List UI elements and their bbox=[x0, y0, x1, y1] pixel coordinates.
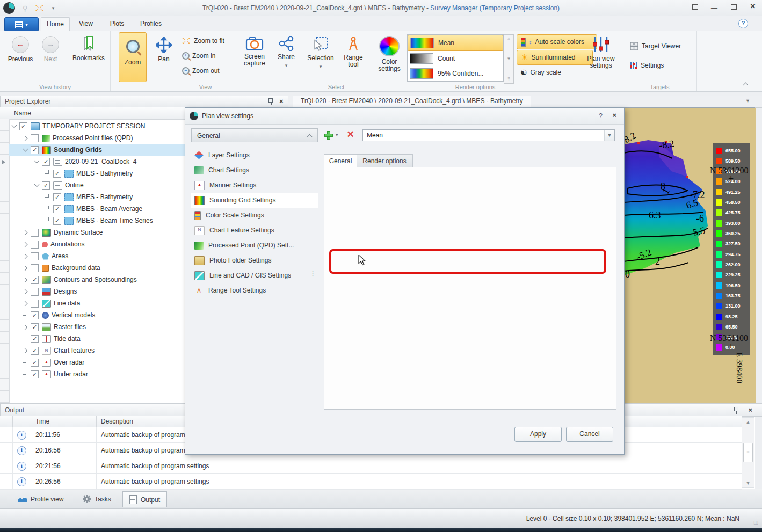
application-menu-button[interactable]: ▾ bbox=[4, 17, 39, 32]
table-row[interactable]: i20:26:56Automatic backup of program set… bbox=[0, 474, 742, 490]
expander-icon[interactable] bbox=[23, 276, 29, 283]
target-viewer-button[interactable]: Target Viewer bbox=[629, 40, 681, 53]
table-row[interactable]: i20:21:56Automatic backup of program set… bbox=[0, 458, 742, 474]
checkbox[interactable]: ✓ bbox=[31, 311, 39, 319]
nav-item[interactable]: Layer Settings bbox=[191, 148, 318, 163]
render-layer-list[interactable]: MeanCount95% Confiden... bbox=[407, 34, 504, 82]
tab-output[interactable]: Output bbox=[122, 491, 167, 507]
render-list-scrollbar[interactable]: ▲▼⤒ bbox=[504, 34, 514, 84]
layer-combo[interactable]: Mean▼ bbox=[362, 129, 615, 141]
overflow-dots-icon[interactable]: ⋮ bbox=[310, 272, 316, 275]
checkbox[interactable]: ✓ bbox=[53, 217, 61, 225]
target-settings-button[interactable]: Settings bbox=[629, 59, 664, 72]
nav-item[interactable]: ▲Mariner Settings bbox=[191, 178, 318, 193]
collapse-ribbon-icon[interactable] bbox=[743, 81, 749, 88]
pin-icon[interactable] bbox=[267, 98, 274, 105]
zoom-button[interactable]: Zoom bbox=[119, 32, 147, 82]
tab-plots[interactable]: Plots bbox=[104, 17, 130, 31]
checkbox[interactable]: ✓ bbox=[31, 146, 39, 154]
dialog-title-bar[interactable]: Plan view settings ? × bbox=[185, 108, 624, 125]
nav-item[interactable]: NChart Feature Settings bbox=[191, 223, 318, 238]
pin-icon[interactable] bbox=[733, 406, 739, 414]
checkbox[interactable] bbox=[31, 229, 39, 237]
checkbox[interactable]: ✓ bbox=[31, 335, 39, 343]
nav-item[interactable]: ∧Range Tool Settings bbox=[191, 283, 318, 298]
close-panel-icon[interactable]: × bbox=[748, 407, 752, 413]
next-button[interactable]: → Next bbox=[38, 31, 63, 63]
zoom-to-fit-button[interactable]: ↖↗↙↘ Zoom to fit bbox=[182, 34, 224, 47]
expander-icon[interactable] bbox=[23, 347, 29, 354]
document-tab[interactable]: TrQI-020 - Brest EM2040 \ 2020-09-21_Coa… bbox=[293, 96, 531, 107]
range-tool-button[interactable]: Range tool bbox=[338, 31, 368, 68]
help-icon[interactable]: ? bbox=[738, 19, 748, 28]
tab-tasks[interactable]: Tasks bbox=[76, 491, 118, 507]
close-button[interactable]: ✕ bbox=[749, 3, 757, 11]
nav-item[interactable]: Color Scale Settings bbox=[191, 208, 318, 223]
scroll-down-icon[interactable]: ▼ bbox=[746, 480, 751, 486]
previous-button[interactable]: ← Previous bbox=[5, 31, 35, 63]
restore-button[interactable] bbox=[730, 3, 737, 11]
checkbox[interactable] bbox=[31, 288, 39, 296]
nav-item[interactable]: Line and CAD / GIS Settings bbox=[191, 268, 318, 283]
zoom-in-button[interactable]: + Zoom in bbox=[182, 49, 215, 62]
dialog-tab-render-options[interactable]: Render options bbox=[356, 154, 413, 169]
expander-icon[interactable] bbox=[23, 147, 29, 153]
checkbox[interactable]: ✓ bbox=[53, 205, 61, 213]
close-panel-icon[interactable]: × bbox=[279, 98, 284, 105]
tab-view[interactable]: View bbox=[72, 17, 99, 31]
expander-icon[interactable] bbox=[23, 288, 29, 295]
checkbox[interactable] bbox=[31, 241, 39, 249]
expander-icon[interactable] bbox=[23, 229, 29, 236]
add-layer-icon[interactable] bbox=[324, 130, 332, 139]
delete-layer-icon[interactable]: ✕ bbox=[347, 130, 354, 139]
combo-arrow-icon[interactable]: ▼ bbox=[604, 130, 614, 141]
share-button[interactable]: Share ▾ bbox=[274, 31, 298, 68]
pan-button[interactable]: Pan bbox=[150, 32, 178, 63]
expander-icon[interactable] bbox=[23, 265, 29, 271]
checkbox[interactable] bbox=[31, 252, 39, 260]
checkbox[interactable]: ✓ bbox=[42, 158, 50, 166]
checkbox[interactable]: ✓ bbox=[19, 122, 27, 130]
checkbox[interactable]: ✓ bbox=[31, 276, 39, 284]
scroll-up-icon[interactable]: ▲ bbox=[746, 419, 751, 425]
nav-item[interactable]: Sounding Grid Settings bbox=[191, 193, 318, 208]
apply-button[interactable]: Apply bbox=[514, 427, 562, 442]
screen-capture-button[interactable]: Screen capture bbox=[237, 31, 272, 67]
cancel-button[interactable]: Cancel bbox=[566, 427, 613, 442]
resize-grip[interactable]: ◫ bbox=[753, 520, 760, 526]
selection-button[interactable]: Selection ▾ bbox=[305, 31, 336, 69]
minimize-button[interactable]: — bbox=[710, 3, 718, 11]
nav-item[interactable]: Chart Settings bbox=[191, 163, 318, 178]
fullscreen-button[interactable] bbox=[691, 3, 699, 11]
add-layer-dropdown-icon[interactable]: ▾ bbox=[336, 132, 338, 137]
zoom-out-button[interactable]: − Zoom out bbox=[182, 64, 220, 77]
expander-icon[interactable] bbox=[23, 241, 29, 247]
expander-icon[interactable] bbox=[34, 182, 40, 188]
expander-icon[interactable] bbox=[23, 135, 29, 141]
dialog-help-icon[interactable]: ? bbox=[599, 112, 603, 120]
tab-profiles[interactable]: Profiles bbox=[134, 17, 168, 31]
bookmarks-button[interactable]: Bookmarks bbox=[70, 31, 107, 62]
color-settings-button[interactable]: Color settings bbox=[374, 31, 405, 72]
nav-section-header[interactable]: General bbox=[191, 128, 318, 142]
checkbox[interactable] bbox=[31, 134, 39, 142]
checkbox[interactable]: ✓ bbox=[31, 370, 39, 378]
dialog-close-icon[interactable]: × bbox=[612, 112, 616, 119]
expander-icon[interactable] bbox=[11, 123, 18, 129]
time-column-header[interactable]: Time bbox=[31, 416, 97, 427]
nav-item[interactable]: Processed Point (QPD) Sett... bbox=[191, 238, 318, 253]
expander-icon[interactable] bbox=[23, 253, 29, 259]
dialog-tab-general[interactable]: General bbox=[324, 154, 357, 169]
checkbox[interactable]: ✓ bbox=[53, 170, 61, 178]
expander-icon[interactable] bbox=[23, 324, 29, 330]
nav-item[interactable]: Photo Folder Settings bbox=[191, 253, 318, 268]
tab-list-dropdown-icon[interactable]: ▼ bbox=[745, 98, 750, 104]
tab-profile-view[interactable]: Profile view bbox=[12, 491, 70, 507]
output-scrollbar[interactable]: ▲ ≡ ▼ bbox=[742, 417, 754, 488]
plan-view-settings-button[interactable]: Plan view settings bbox=[581, 31, 621, 69]
checkbox[interactable]: ✓ bbox=[31, 323, 39, 331]
checkbox[interactable] bbox=[31, 300, 39, 308]
scrollbar-thumb[interactable]: ≡ bbox=[743, 443, 753, 462]
render-layer-item[interactable]: 95% Confiden... bbox=[408, 66, 503, 81]
checkbox[interactable] bbox=[31, 264, 39, 272]
